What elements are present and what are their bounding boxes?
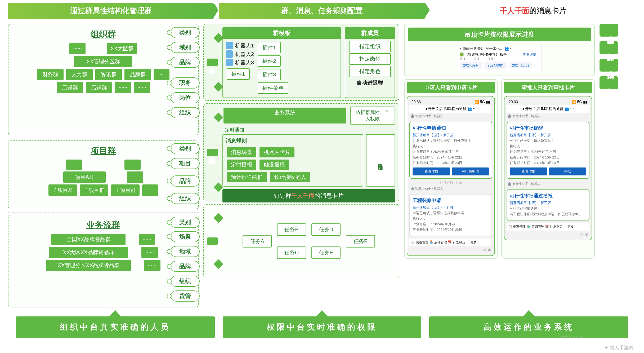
node-bd1: ······ xyxy=(139,234,155,245)
task-a: 任务A xyxy=(243,235,272,248)
topcard-title: 吊顶卡片按权限展示进度 xyxy=(408,28,591,41)
header-2: 群、消息、任务规则配置 xyxy=(219,3,425,19)
bottom-3: 高效运作的业务系统 xyxy=(429,316,628,338)
task-e: 任务E xyxy=(311,246,341,259)
node-shop1: 店铺群 xyxy=(57,82,83,93)
node-sub4: ··· xyxy=(142,184,158,196)
main-columns: 组织群 ······XX大区群 XX管理分区群 财务群 人力群 资讯群 品牌群 … xyxy=(0,19,644,310)
m-auto: 自动进退群 xyxy=(348,79,392,86)
tag-org: 组织 xyxy=(171,107,200,118)
bottom-row: 组织中台真实准确的人员 权限中台实时准确的权限 高效运作的业务系统 xyxy=(0,310,644,341)
rbar-op: 操作在群 xyxy=(600,41,618,54)
bottom-tabs-2[interactable]: 📋 渠道管理 🏪 店铺管理 📅 计划制定 ⋯ 更多 xyxy=(507,223,589,231)
tag-scene: 场景 xyxy=(171,231,200,242)
date-chip-1[interactable]: 2024.09月 xyxy=(460,62,482,69)
diamond-icon xyxy=(214,113,223,122)
node-hr: 人力群 xyxy=(66,69,93,80)
m-role: 指定角色 xyxy=(349,66,391,77)
diamond-icon xyxy=(214,33,223,43)
node-shop2: 店铺群 xyxy=(86,82,112,93)
card-passed-title: 可行性审批通过播报 xyxy=(510,193,586,199)
node-region: XX大区群 xyxy=(107,43,137,54)
tag-cat3: 类别 xyxy=(171,217,200,228)
tag-duty: 职务 xyxy=(171,77,200,89)
node-mgmt: XX管理分区群 xyxy=(74,56,132,67)
applicant-title: 申请人只看到申请卡片 xyxy=(407,82,495,93)
top-headers: 通过群属性结构化管理群 群、消息、任务规则配置 千人千面的消息卡片 xyxy=(0,0,644,19)
label-cap: 群能力 xyxy=(207,59,218,66)
box-rules: 消息规则 消息场景 机器人卡片 定时播报 触发播报 预计推送的群 预计接收的人 xyxy=(222,134,363,187)
btn-detail[interactable]: 查看详情 xyxy=(413,167,450,175)
tag-brand: 品牌 xyxy=(171,57,200,68)
rbar-data: 数据在群 xyxy=(600,76,618,89)
title-proj: 项目群 xyxy=(12,145,194,157)
node-bd2: ······ xyxy=(141,247,158,258)
tag-position: 岗位 xyxy=(171,92,200,103)
node-more: ··· xyxy=(154,69,169,80)
robot-icon xyxy=(226,50,233,58)
tag-brand2: 品牌 xyxy=(171,175,200,187)
bottom-tabs-1[interactable]: 📋 渠道管理 🏪 店铺管理 📅 计划制定 ⋯ 更多 xyxy=(409,238,492,246)
recipients: 预计接收的人 xyxy=(270,172,310,182)
phone-left: 20:33📶 5G ▮▮ ◂ 开改关店 IM流程沟通群 👥 ⋯ 🤖 智能小助手 … xyxy=(407,96,495,256)
date-chip-2[interactable]: 2024.09周 xyxy=(485,62,506,69)
tag-area: 地域 xyxy=(171,246,200,257)
node-b2: XX大区XX品牌货品群 xyxy=(49,247,128,258)
node-pd3: ······ xyxy=(127,171,143,183)
title-org: 组织群 xyxy=(12,29,194,40)
date-chip-3[interactable]: 2024.10.09 xyxy=(509,62,532,68)
btn-detail-2[interactable]: 查看详情 xyxy=(510,167,547,175)
watermark-tmt: 钛媒体 TMTPOST xyxy=(561,335,591,340)
col-config: 群能力 群模板 机器人1 机器人2 机器人3 插件1 插件1 插件2 插件3 插… xyxy=(203,24,399,310)
card-passed: 可行性审批通过播报 新开店项目【 店】- 新开店 可行性已审批通过！ 请工程协作… xyxy=(507,189,589,220)
task-d: 任务D xyxy=(311,223,341,236)
node-brand: 品牌群 xyxy=(124,69,151,80)
m-position: 指定岗位 xyxy=(349,53,391,65)
hdr-mem: 群成员 xyxy=(345,28,395,39)
box-members: 群成员 指定组织 指定岗位 指定角色 自动进退群 xyxy=(345,27,395,98)
panel-task: 任务配置 任务A 任务B 任务C 任务D 任务E 任务F xyxy=(203,204,399,278)
watermark-logo: ✦ 超人手游网 xyxy=(604,345,633,351)
view-detail-link[interactable]: 查看详情 » xyxy=(523,52,539,57)
btn-apply[interactable]: 可行性申请 xyxy=(452,167,489,175)
node-sub2: 子项目群 xyxy=(80,184,108,196)
panel-topcard: 吊顶卡片按权限展示进度 ◂ 华南开改关店IM一体化… 👥 ⋯ 🟩 【渠道管理业务… xyxy=(404,24,595,76)
panel-project: 项目群 ············ 项目A群······ 子项目群 子项目群 子项… xyxy=(8,140,199,209)
plugin-1: 插件1 xyxy=(258,42,281,53)
plugin-a: 插件1 xyxy=(227,68,250,80)
tag-goods: 货管 xyxy=(171,290,200,302)
node-sub3: 子项目群 xyxy=(111,184,140,196)
tag-cat2: 类别 xyxy=(171,143,200,154)
approver-title: 审批人只看到审批卡片 xyxy=(504,82,592,93)
plugin-3: 插件3 xyxy=(258,69,281,80)
robot-icon xyxy=(226,42,233,49)
node-info: 资讯群 xyxy=(95,69,122,80)
plugin-2: 插件2 xyxy=(258,55,281,67)
diamond-icon xyxy=(214,213,223,223)
panel-approver: 审批人只看到审批卡片 20:33📶 5G ▮▮ ◂ 开改关店 IM流程沟通群 👥… xyxy=(501,79,595,259)
depend-attr: 依据群属性、个人权限 xyxy=(350,107,395,125)
robot-card: 机器人卡片 xyxy=(260,147,294,157)
tag-category: 类别 xyxy=(171,27,200,38)
panel-org: 组织群 ······XX大区群 XX管理分区群 财务群 人力群 资讯群 品牌群 … xyxy=(8,24,199,135)
card-approve-title: 可行性审批提醒 xyxy=(510,125,586,131)
col-rightbars: 消息在群 操作在群 审批在群 数据在群 xyxy=(600,24,618,310)
node-d1: ······ xyxy=(115,82,131,93)
plugin-menu: 插件菜单 xyxy=(258,82,288,94)
m-org: 指定组织 xyxy=(349,41,391,52)
group-name-2: ◂ 开改关店 IM流程沟通群 👥 ⋯ xyxy=(507,105,589,113)
panel-applicant: 申请人只看到申请卡片 20:33📶 5G ▮▮ ◂ 开改关店 IM流程沟通群 👥… xyxy=(404,79,498,259)
rule-title: 消息规则 xyxy=(226,137,360,144)
card-construction: 工程装修申请 新开店项目【 店】- 可行性 申请已确认，请尽快进行装修申请！ 执… xyxy=(409,194,492,236)
btn-approve[interactable]: 审批 xyxy=(549,167,587,175)
diamond-icon xyxy=(214,259,223,269)
tag-org3: 组织 xyxy=(171,276,200,287)
robot-1: 机器人1 xyxy=(226,42,254,49)
timestamp: 10月17日 16:13 xyxy=(409,181,492,185)
card-apply-title: 可行性申请通知 xyxy=(413,125,489,131)
card-construction-title: 工程装修申请 xyxy=(413,197,489,204)
node-dots: ······ xyxy=(69,43,86,54)
tag-region: 域别 xyxy=(171,42,200,53)
node-b3: XX管理分区XX品牌货品群 xyxy=(46,260,131,271)
label-task: 任务配置 xyxy=(207,237,218,245)
